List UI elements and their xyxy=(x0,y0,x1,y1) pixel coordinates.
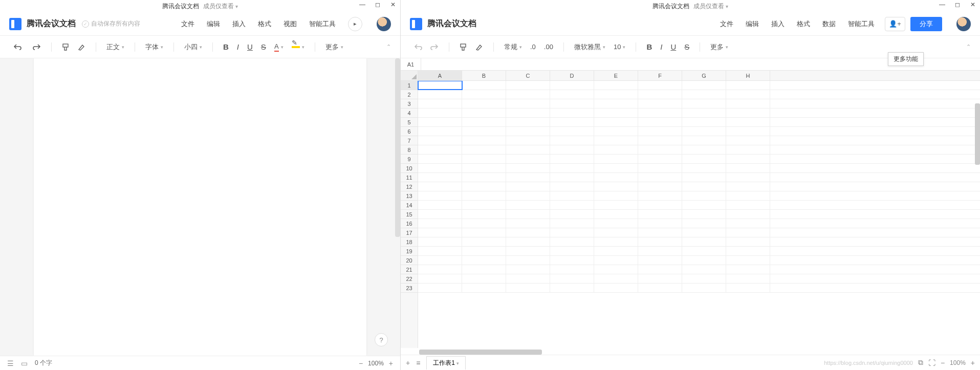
cell[interactable] xyxy=(462,219,506,228)
cell[interactable] xyxy=(506,173,550,182)
row-header[interactable]: 14 xyxy=(401,201,418,210)
cell[interactable] xyxy=(418,99,462,108)
cell[interactable] xyxy=(418,108,462,117)
style-select[interactable]: 正文 xyxy=(103,40,127,54)
cell[interactable] xyxy=(462,173,506,182)
cell[interactable] xyxy=(462,210,506,219)
cell[interactable] xyxy=(726,247,770,255)
cell[interactable] xyxy=(594,136,638,145)
cell[interactable] xyxy=(726,136,770,145)
menu-data[interactable]: 数据 xyxy=(822,19,836,29)
cell[interactable] xyxy=(594,284,638,292)
horizontal-scrollbar[interactable] xyxy=(419,350,542,355)
cell[interactable] xyxy=(594,81,638,90)
cell[interactable] xyxy=(418,127,462,136)
cell[interactable] xyxy=(462,164,506,172)
collapse-toolbar-icon[interactable]: ⌃ xyxy=(966,43,971,50)
cell[interactable] xyxy=(550,256,594,265)
cell[interactable] xyxy=(418,182,462,191)
cell[interactable] xyxy=(506,247,550,255)
cell[interactable] xyxy=(682,284,726,292)
cell[interactable] xyxy=(462,284,506,292)
cell[interactable] xyxy=(462,256,506,265)
cell[interactable] xyxy=(462,155,506,163)
cell[interactable] xyxy=(550,219,594,228)
cell[interactable] xyxy=(726,90,770,99)
cell[interactable] xyxy=(726,265,770,274)
cell[interactable] xyxy=(506,155,550,163)
cell[interactable] xyxy=(550,145,594,154)
cell[interactable] xyxy=(682,155,726,163)
cell[interactable] xyxy=(550,164,594,172)
cell[interactable] xyxy=(638,210,682,219)
cell[interactable] xyxy=(638,173,682,182)
font-color-icon[interactable]: A xyxy=(271,40,287,54)
cell[interactable] xyxy=(726,173,770,182)
cell[interactable] xyxy=(594,201,638,209)
page-view-icon[interactable]: ▭ xyxy=(21,359,28,367)
menu-file[interactable]: 文件 xyxy=(720,19,733,29)
row-header[interactable]: 7 xyxy=(401,136,418,145)
page[interactable] xyxy=(34,58,366,356)
row-header[interactable]: 3 xyxy=(401,99,418,108)
all-sheets-icon[interactable]: ≡ xyxy=(416,359,420,367)
undo-icon[interactable] xyxy=(411,41,425,53)
cell[interactable] xyxy=(418,118,462,126)
cell[interactable] xyxy=(506,99,550,108)
cell[interactable] xyxy=(550,284,594,292)
cell[interactable] xyxy=(638,164,682,172)
maximize-icon[interactable]: ◻ xyxy=(953,1,962,8)
cell[interactable] xyxy=(418,210,462,219)
row-header[interactable]: 19 xyxy=(401,247,418,256)
cell[interactable] xyxy=(638,274,682,283)
cell[interactable] xyxy=(462,274,506,283)
zoom-in-icon[interactable]: + xyxy=(971,359,975,367)
cell[interactable] xyxy=(506,228,550,237)
row-header[interactable]: 16 xyxy=(401,219,418,228)
row-header[interactable]: 15 xyxy=(401,210,418,219)
user-avatar[interactable] xyxy=(377,17,391,31)
menu-file[interactable]: 文件 xyxy=(181,19,194,29)
row-header[interactable]: 18 xyxy=(401,237,418,247)
cell[interactable] xyxy=(594,247,638,255)
vertical-scrollbar[interactable] xyxy=(975,103,980,165)
italic-icon[interactable]: I xyxy=(234,40,242,53)
cell[interactable] xyxy=(726,99,770,108)
zoom-out-icon[interactable]: − xyxy=(941,359,945,367)
cell[interactable] xyxy=(682,145,726,154)
italic-icon[interactable]: I xyxy=(657,40,665,53)
cell[interactable] xyxy=(418,228,462,237)
cell[interactable] xyxy=(638,99,682,108)
cell[interactable] xyxy=(418,274,462,283)
cell[interactable] xyxy=(638,219,682,228)
row-header[interactable]: 10 xyxy=(401,164,418,173)
add-sheet-icon[interactable]: + xyxy=(406,359,410,367)
column-header[interactable]: D xyxy=(550,71,594,80)
cell[interactable] xyxy=(638,90,682,99)
cell[interactable] xyxy=(638,265,682,274)
cell[interactable] xyxy=(506,284,550,292)
cell[interactable] xyxy=(594,108,638,117)
cell[interactable] xyxy=(726,274,770,283)
explore-icon[interactable]: ⧉ xyxy=(918,358,923,367)
cell[interactable] xyxy=(594,256,638,265)
column-header[interactable]: A xyxy=(418,71,462,80)
cell[interactable] xyxy=(462,108,506,117)
cell[interactable] xyxy=(594,164,638,172)
cell[interactable] xyxy=(550,191,594,200)
row-header[interactable]: 12 xyxy=(401,182,418,191)
cell[interactable] xyxy=(550,228,594,237)
cell[interactable] xyxy=(418,201,462,209)
cell[interactable] xyxy=(638,256,682,265)
cell[interactable] xyxy=(418,256,462,265)
strikethrough-icon[interactable]: S xyxy=(681,40,692,53)
cell[interactable] xyxy=(594,210,638,219)
underline-icon[interactable]: U xyxy=(667,40,679,53)
increase-decimal-icon[interactable]: .00 xyxy=(541,41,556,53)
cell[interactable] xyxy=(682,108,726,117)
cell[interactable] xyxy=(462,265,506,274)
column-header[interactable]: C xyxy=(506,71,550,80)
cell[interactable] xyxy=(726,210,770,219)
collapse-toolbar-icon[interactable]: ⌃ xyxy=(386,43,391,50)
redo-icon[interactable] xyxy=(30,41,44,53)
